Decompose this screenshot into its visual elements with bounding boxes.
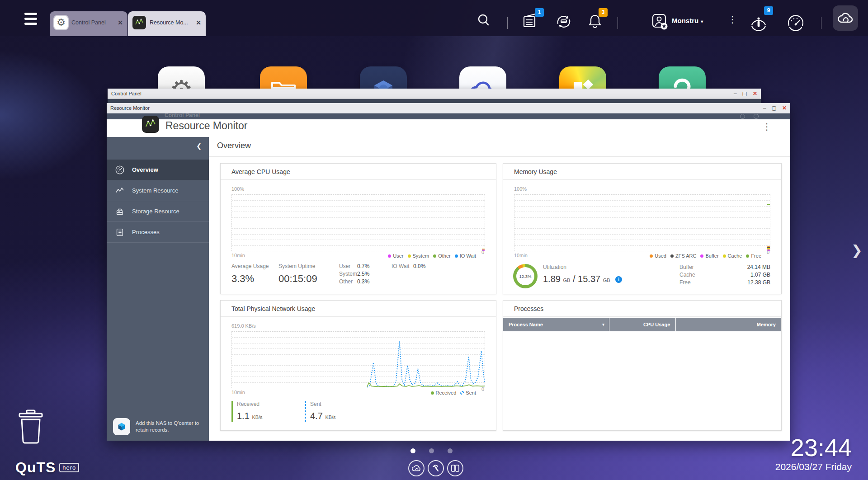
buffer-row: Buffer	[679, 264, 694, 270]
minimize-icon[interactable]: –	[734, 91, 737, 96]
search-icon[interactable]	[476, 12, 492, 30]
divider	[507, 17, 508, 29]
ghost-circle-icon	[754, 114, 759, 119]
user-menu[interactable]: Monstru▾	[672, 17, 703, 24]
maximize-icon[interactable]: ▢	[742, 91, 747, 96]
column-memory[interactable]: Memory	[675, 318, 781, 331]
close-icon[interactable]: ✕	[753, 91, 757, 96]
tab-label: Control Panel	[71, 19, 114, 26]
dock-cloud-icon[interactable]	[408, 460, 425, 476]
tab-control-panel[interactable]: ⚙ Control Panel ✕	[50, 11, 127, 36]
card-network-usage: Total Physical Network Usage 619.0 KB/s …	[220, 300, 496, 431]
used-unit: GB	[563, 278, 571, 283]
resource-monitor-app-icon	[142, 116, 159, 133]
main-menu-icon[interactable]	[24, 13, 38, 28]
stat-label: Utilization	[543, 264, 566, 270]
legend-item-other: Other	[433, 253, 451, 259]
memory-utilization-donut: 12.3%	[513, 264, 538, 288]
user-name-label: Monstru	[672, 17, 698, 24]
maximize-icon[interactable]: ▢	[772, 105, 777, 111]
window-resource-monitor[interactable]: Resource Monitor – ▢ ✕ Control Panel Res…	[107, 103, 790, 441]
gridline	[232, 228, 485, 229]
storage-icon	[115, 207, 125, 216]
card-title: Memory Usage	[503, 164, 781, 180]
sidebar-item-overview[interactable]: Overview	[107, 160, 209, 180]
close-icon[interactable]: ✕	[196, 19, 201, 26]
x-axis-label: 10min	[231, 253, 245, 258]
gridline	[514, 228, 770, 229]
legend-item-io-wait: IO Wait	[455, 253, 476, 259]
pager-dot-1[interactable]	[410, 448, 415, 453]
minimize-icon[interactable]: –	[763, 105, 766, 111]
utilization-pct: 12.3%	[516, 267, 534, 285]
stat-label: Cache	[679, 272, 695, 278]
y-axis-max-label: 619.0 KB/s	[231, 323, 256, 329]
memory-usage-chart	[514, 194, 770, 251]
legend-dot	[433, 254, 436, 258]
qcenter-icon	[113, 418, 130, 435]
legend-dot	[670, 254, 674, 258]
legend-item-system: System	[408, 253, 429, 259]
end-mark-free	[767, 204, 770, 205]
average-usage-value: 3.3%	[231, 273, 254, 285]
dock-tutorial-icon[interactable]	[447, 460, 463, 476]
series-received	[367, 383, 485, 387]
tab-label: Resource Mo...	[150, 19, 192, 26]
cpu-usage-chart	[231, 194, 485, 251]
legend-dot	[388, 254, 391, 258]
dashboard-gauge-icon[interactable]	[786, 13, 806, 33]
user-avatar-icon[interactable]	[650, 12, 670, 33]
gridline	[232, 245, 485, 246]
window-title: Resource Monitor	[110, 105, 763, 111]
qcenter-promo[interactable]: Add this NAS to Q'center to retain recor…	[113, 418, 203, 435]
sidebar-item-processes[interactable]: Processes	[107, 222, 209, 243]
window-strip: Control Panel	[107, 113, 790, 119]
system-info-icon[interactable]	[749, 13, 769, 33]
recycle-bin-icon[interactable]	[17, 409, 45, 446]
legend-dot	[723, 254, 726, 258]
gridline	[514, 217, 770, 218]
sidebar-collapse-icon[interactable]: ❮	[196, 142, 202, 150]
pager-dot-3[interactable]	[448, 448, 453, 453]
resource-monitor-titlebar[interactable]: Resource Monitor – ▢ ✕	[107, 103, 790, 113]
legend-dot	[650, 254, 653, 258]
app-kebab-icon[interactable]: ⋮	[762, 121, 771, 132]
sidebar-item-label: Overview	[132, 166, 158, 173]
myqnapcloud-icon[interactable]	[833, 5, 858, 31]
total-unit: GB	[603, 278, 610, 283]
y-axis-max-label: 100%	[231, 186, 244, 192]
column-process-name[interactable]: Process Name ▾	[503, 318, 609, 331]
pager-dot-2[interactable]	[429, 448, 434, 453]
used-value: 1.89	[543, 274, 561, 284]
system-uptime-value: 00:15:09	[278, 273, 317, 285]
dock-tools-icon[interactable]	[428, 460, 444, 476]
column-cpu-usage[interactable]: CPU Usage	[609, 318, 676, 331]
sync-icon[interactable]	[554, 13, 573, 33]
info-icon[interactable]: i	[615, 276, 622, 283]
legend-item-cache: Cache	[723, 253, 742, 259]
sidebar-item-storage-resource[interactable]: Storage Resource	[107, 201, 209, 222]
more-options-kebab-icon[interactable]: ⋮	[728, 14, 737, 25]
sidebar-list: OverviewSystem ResourceStorage ResourceP…	[107, 160, 209, 243]
x-axis-label: 10min	[231, 390, 245, 395]
legend-dot	[746, 254, 749, 258]
next-page-chevron-icon[interactable]: ❯	[851, 242, 863, 258]
sidebar-item-label: Storage Resource	[132, 208, 179, 215]
quts-hero-logo: QuTS hero	[15, 459, 79, 476]
notifications-badge: 3	[599, 8, 608, 17]
clock-widget: 23:44 2026/03/27 Friday	[775, 435, 852, 472]
info-badge: 9	[764, 6, 773, 15]
top-bar: ⚙ Control Panel ✕ Resource Mo... ✕ 1 3	[0, 0, 868, 36]
control-panel-titlebar[interactable]: Control Panel – ▢ ✕	[108, 89, 761, 99]
sidebar-item-system-resource[interactable]: System Resource	[107, 180, 209, 201]
stat-label: System	[339, 271, 357, 277]
gridline	[514, 240, 770, 240]
sort-caret-icon[interactable]: ▾	[602, 322, 604, 327]
close-icon[interactable]: ✕	[782, 105, 787, 111]
tasks-badge: 1	[535, 8, 544, 17]
close-icon[interactable]: ✕	[118, 19, 123, 26]
chart-legend: ReceivedSent	[431, 390, 476, 395]
tab-resource-monitor[interactable]: Resource Mo... ✕	[128, 11, 206, 36]
gridline	[232, 234, 485, 235]
gridline	[514, 206, 770, 207]
